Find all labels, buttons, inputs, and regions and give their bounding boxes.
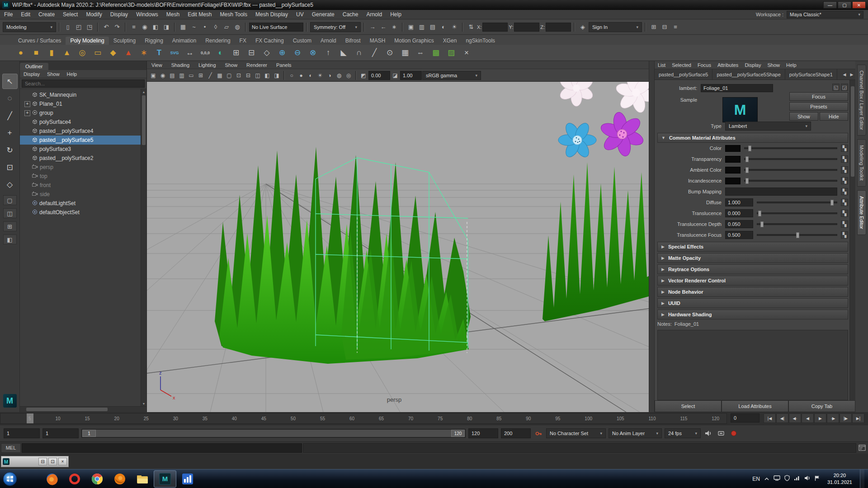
outliner-item-polysurface4[interactable]: polySurface4 (20, 117, 146, 127)
target-weld-icon[interactable]: ⊙ (382, 46, 397, 60)
selection-mask-icon[interactable]: ⇅ (466, 22, 476, 32)
smooth-icon[interactable]: ◇ (259, 46, 274, 60)
play-backwards-button[interactable]: ◀ (802, 413, 814, 423)
section-matte-opacity[interactable]: ▶ Matte Opacity (657, 253, 848, 263)
hypershade-icon[interactable]: ☀ (449, 22, 459, 32)
outliner-vertical-scrollbar[interactable]: ▲ ▼ (141, 89, 146, 406)
new-scene-icon[interactable]: ▯ (63, 22, 73, 32)
quad-draw-icon[interactable]: ▦ (398, 46, 412, 60)
output-connections-icon[interactable]: ← (378, 22, 388, 32)
select-button[interactable]: Select (655, 400, 722, 412)
boolean-difference-icon[interactable]: ⊖ (290, 46, 305, 60)
redo-icon[interactable]: ↷ (112, 22, 122, 32)
diffuse-slider[interactable] (757, 202, 837, 203)
bump-mapping-field[interactable] (725, 188, 837, 196)
tab-scroll-right-icon[interactable]: ▶ (848, 70, 855, 80)
translucence-depth-field[interactable]: 0.050 (725, 220, 753, 228)
language-indicator[interactable]: EN (752, 476, 760, 482)
texture-map-icon[interactable]: ▚ (841, 166, 848, 174)
taskbar-firefox2-icon[interactable] (108, 470, 131, 488)
shelf-tab-bifrost[interactable]: Bifrost (341, 37, 365, 45)
texture-map-icon[interactable]: ▚ (841, 221, 848, 228)
tray-flag-icon[interactable] (815, 475, 820, 483)
tab-attribute-editor[interactable]: Attribute Editor (857, 190, 866, 235)
command-input[interactable] (22, 443, 302, 453)
translucence-focus-field[interactable]: 0.500 (725, 231, 753, 239)
lights-icon[interactable]: ☀ (316, 71, 325, 80)
field-chart-icon[interactable]: ◫ (253, 71, 262, 80)
transparency-slider[interactable] (744, 158, 837, 160)
texture-map-icon[interactable]: ▚ (841, 145, 848, 152)
step-forward-frame-button[interactable]: |▶ (840, 413, 852, 423)
outliner-item-defaultlightset[interactable]: defaultLightSet (20, 199, 146, 208)
outliner-horizontal-scrollbar[interactable] (20, 406, 146, 412)
outliner-item-pasted-polysurface2[interactable]: pasted__polySurface2 (20, 154, 146, 163)
ambient-color-slider[interactable] (744, 169, 837, 171)
diffuse-field[interactable]: 1.000 (725, 198, 753, 206)
select-hierarchy-icon[interactable]: ≡ (129, 22, 139, 32)
show-desktop-button[interactable] (860, 469, 864, 488)
close-button[interactable]: ✕ (852, 1, 866, 9)
expand-icon[interactable]: + (24, 110, 30, 116)
outliner-menu-show[interactable]: Show (43, 71, 63, 77)
menu-toggle-icon[interactable]: ≡ (670, 22, 680, 32)
outliner-item-polysurface3[interactable]: polySurface3 (20, 145, 146, 154)
sidebar-toggle-icon[interactable]: ⊞ (649, 22, 659, 32)
panel-toggle-icon[interactable]: ⊟ (660, 22, 670, 32)
boolean-union-icon[interactable]: ⊕ (275, 46, 289, 60)
shelf-tab-mash[interactable]: MASH (365, 37, 390, 45)
outliner-item-side[interactable]: side (20, 190, 146, 199)
poly-cylinder-icon[interactable]: ▮ (44, 46, 59, 60)
minimized-script-window[interactable]: M ⊟ ⊡ × (1, 456, 69, 467)
translucence-focus-slider[interactable] (757, 234, 837, 236)
menu-uv[interactable]: UV (292, 10, 308, 19)
bridge-icon[interactable]: ∩ (352, 46, 366, 60)
shelf-tab-motion-graphics[interactable]: Motion Graphics (390, 37, 438, 45)
playback-end-field[interactable]: 120 (468, 428, 498, 438)
go-to-start-button[interactable]: |◀ (764, 413, 776, 423)
outliner-item-group[interactable]: + group (20, 108, 146, 117)
go-to-end-button[interactable]: ▶| (852, 413, 864, 423)
multi-cut-icon[interactable]: ╱ (367, 46, 382, 60)
ae-menu-show[interactable]: Show (764, 62, 783, 68)
gamma-field[interactable]: 1.00 (400, 71, 422, 80)
scroll-up-icon[interactable]: ▲ (141, 89, 146, 94)
taskbar-chrome-icon[interactable] (86, 470, 108, 488)
menu-edit[interactable]: Edit (17, 10, 34, 19)
outliner-item-sk-mannequin[interactable]: SK_Mannequin (20, 90, 146, 99)
menu-edit-mesh[interactable]: Edit Mesh (184, 10, 216, 19)
super-shape-icon[interactable]: ▲ (121, 46, 136, 60)
section-common-material-attributes[interactable]: ▼ Common Material Attributes (657, 133, 848, 143)
menu-generate[interactable]: Generate (308, 10, 339, 19)
shadows-icon[interactable]: ◑ (325, 71, 334, 80)
ae-menu-display[interactable]: Display (741, 62, 764, 68)
step-back-key-button[interactable]: ◀· (789, 413, 801, 423)
taskbar-firefox-icon[interactable] (41, 470, 63, 488)
incandescence-swatch[interactable] (725, 178, 741, 184)
two-pane-layout-button[interactable]: ◫ (3, 208, 17, 218)
material-name-field[interactable]: Foliage_01 (701, 84, 773, 92)
shaded-icon[interactable]: ● (297, 71, 306, 80)
minimize-button[interactable]: — (823, 1, 837, 9)
sign-in-menu[interactable]: Sign In▾ (589, 22, 642, 32)
three-pane-layout-button[interactable]: ◧ (3, 235, 17, 244)
workspace-selector[interactable]: Maya Classic* ▾ (787, 11, 863, 19)
ae-menu-help[interactable]: Help (783, 62, 800, 68)
restore-button[interactable]: ⊡ (48, 458, 57, 465)
ao-icon[interactable]: ◍ (335, 71, 344, 80)
poly-star-icon[interactable]: ∗ (137, 46, 151, 60)
anim-layer-selector[interactable]: No Anim Layer▾ (609, 428, 662, 438)
outliner-menu-help[interactable]: Help (63, 71, 81, 77)
translucence-slider[interactable] (757, 212, 837, 214)
viewport-menu-shading[interactable]: Shading (167, 62, 194, 68)
gamma-icon[interactable]: ◪ (391, 71, 400, 80)
close-button[interactable]: × (58, 458, 67, 465)
make-live-icon[interactable]: ◍ (232, 22, 242, 32)
outliner-item-defaultobjectset[interactable]: defaultObjectSet (20, 208, 146, 217)
fps-selector[interactable]: 24 fps▾ (665, 428, 701, 438)
taskbar-clock[interactable]: 20:20 31.01.2021 (824, 472, 856, 486)
panel-splitter[interactable] (649, 61, 655, 412)
x-coordinate-field[interactable] (482, 23, 508, 32)
tab-modeling-toolkit[interactable]: Modeling Toolkit (857, 139, 866, 187)
animation-end-field[interactable]: 200 (501, 428, 531, 438)
